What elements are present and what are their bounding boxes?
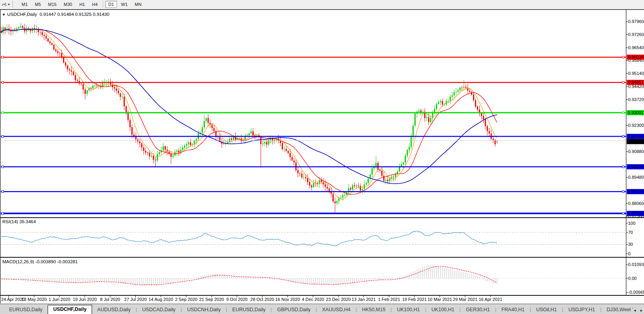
candle-body [492, 139, 494, 140]
candle-body [143, 147, 144, 151]
timeframe-m5-button[interactable]: M5 [32, 1, 44, 8]
candle-body [387, 180, 388, 181]
candle-body [352, 186, 353, 190]
line-anchor-marker [2, 81, 4, 83]
candle-body [327, 187, 328, 188]
candle-body [438, 102, 439, 104]
candle-body [344, 195, 345, 195]
candle-body [432, 113, 433, 118]
tab-usdjpy-h1[interactable]: USDJPY,H1 [563, 305, 600, 314]
time-axis: 24 Apr 202013 May 20201 Jun 202019 Jun 2… [1, 295, 502, 302]
candle-body [458, 90, 459, 92]
x-axis-date: 10 Mar 2021 [427, 297, 452, 302]
candle-body [336, 201, 338, 203]
timeframe-d1-button[interactable]: D1 [105, 1, 117, 8]
candle-body [415, 114, 416, 126]
candle-body [141, 143, 142, 147]
x-axis-date: 19 Feb 2021 [402, 297, 427, 302]
candle-body [485, 119, 486, 126]
tab-usoil-h1[interactable]: USOil,H1 [531, 305, 562, 314]
price-tick-label: 0.89480 [628, 175, 644, 180]
macd-tick-label: -0.009653 [628, 290, 644, 295]
line-anchor-marker [622, 56, 624, 58]
timeframe-h1-button[interactable]: H1 [76, 1, 88, 8]
time-axis-separator [0, 295, 644, 296]
candle-body [65, 63, 66, 65]
candle-body [202, 127, 203, 133]
candle-body [87, 90, 88, 94]
x-axis-date: 21 Sep 2020 [199, 297, 224, 302]
candle-body [317, 183, 318, 184]
chart-cursor-icon[interactable] [1, 1, 8, 8]
candle-body [206, 118, 207, 121]
chart-canvas[interactable]: 0.979600.972600.965400.958400.951400.944… [0, 9, 644, 304]
horizontal-lines [1, 56, 626, 214]
price-axis-ticks: 0.979600.972600.965400.958400.951400.944… [626, 19, 644, 218]
tab-ger30-h1[interactable]: GER30,H1 [461, 305, 495, 314]
tab-eurusd-daily[interactable]: EURUSD,Daily [4, 305, 48, 314]
candle-body [67, 65, 68, 69]
tab-gbpusd-daily[interactable]: GBPUSD,Daily [272, 305, 315, 314]
candle-body [309, 182, 310, 186]
price-level-label-text: 0.90055 [628, 164, 644, 169]
candle-body [362, 189, 363, 191]
timeframe-h4-button[interactable]: H4 [89, 1, 101, 8]
candle-body [116, 88, 117, 91]
toolbar-separator [103, 1, 103, 8]
candle-body [340, 198, 342, 199]
tab-audusd-daily[interactable]: AUDUSD,Daily [92, 305, 136, 314]
candle-body [409, 147, 410, 150]
candle-body [248, 133, 250, 135]
candle-body [92, 86, 94, 88]
tabs-scroll-right-button[interactable]: ► [640, 308, 643, 312]
line-anchor-marker [622, 166, 624, 168]
toolbar-drag-handle[interactable] [12, 1, 15, 8]
candle-body [96, 86, 98, 86]
collapse-triangle-icon[interactable]: ▼ [2, 13, 6, 17]
candle-body [188, 142, 189, 144]
candle-body [290, 153, 291, 157]
candle-body [333, 194, 334, 202]
caret-down-icon[interactable]: ▾ [8, 2, 10, 6]
candle-body [399, 167, 400, 172]
candle-body [59, 53, 60, 53]
candle-body [319, 180, 320, 184]
chart-cursor-glyph [2, 2, 8, 7]
x-axis-date: 1 Feb 2021 [378, 297, 400, 302]
candle-body [426, 117, 427, 118]
timeframe-m15-button[interactable]: M15 [45, 1, 60, 8]
candle-body [481, 113, 482, 116]
tabs-scroll-left-button[interactable]: ◄ [633, 308, 636, 312]
tab-usdchf-daily[interactable]: USDCHF,Daily [48, 305, 92, 314]
tab-fra40-h1[interactable]: FRA40,H1 [496, 305, 530, 314]
candle-body [18, 27, 19, 28]
timeframe-m30-button[interactable]: M30 [61, 1, 75, 8]
tab-hk50-m15[interactable]: HK50,M15 [357, 305, 390, 314]
candle-body [246, 135, 248, 136]
tab-xauusd-h4[interactable]: XAUUSD,H4 [317, 305, 356, 314]
line-anchor-marker [622, 136, 624, 138]
tab-usdcnh-daily[interactable]: USDCNH,Daily [182, 305, 226, 314]
tab-uk100-h1[interactable]: UK100,H1 [392, 305, 425, 314]
candle-body [81, 84, 82, 84]
timeframe-m1-button[interactable]: M1 [19, 1, 31, 8]
candle-body [496, 141, 498, 142]
tab-usdcad-daily[interactable]: USDCAD,Daily [137, 305, 181, 314]
x-axis-date: 9 Oct 2020 [226, 297, 248, 302]
ohlc-high: 0.91484 [58, 12, 74, 17]
candle-body [231, 139, 232, 140]
candle-body [307, 178, 308, 182]
candle-body [338, 199, 340, 201]
timeframe-w1-button[interactable]: W1 [118, 1, 131, 8]
tab-eurusd-daily[interactable]: EURUSD,Daily [227, 305, 271, 314]
candle-body [297, 170, 298, 173]
timeframe-mn-button[interactable]: MN [132, 1, 145, 8]
price-tick-label: 0.97260 [628, 32, 644, 37]
line-anchor-marker [622, 213, 624, 214]
candle-body [440, 101, 441, 102]
candle-body [305, 177, 306, 178]
price-tick-label: 0.96540 [628, 45, 644, 50]
tab-uk100-h1[interactable]: UK100,H1 [426, 305, 459, 314]
candle-body [401, 164, 402, 167]
candle-body [10, 31, 12, 31]
